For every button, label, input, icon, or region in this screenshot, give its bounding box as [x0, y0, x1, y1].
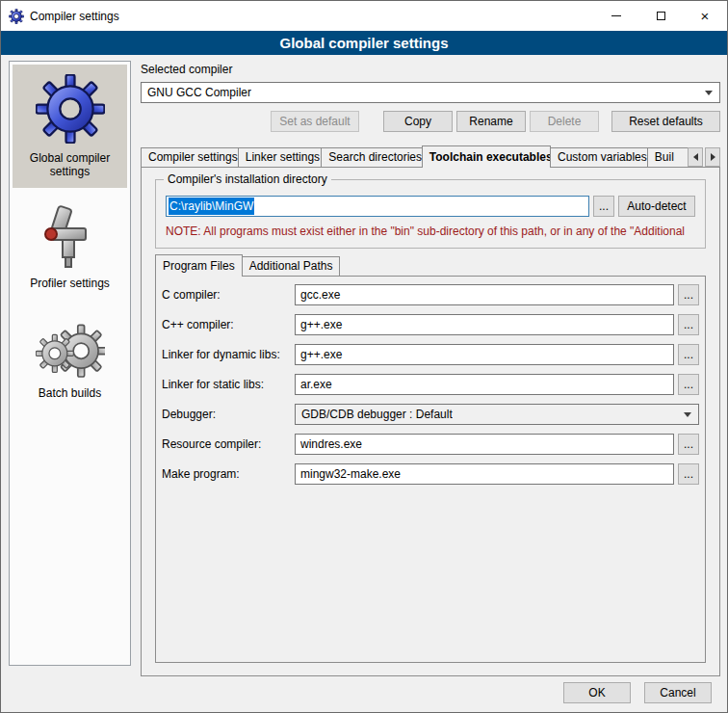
subtab-bar: Program Files Additional Paths [155, 254, 706, 277]
reset-defaults-button[interactable]: Reset defaults [611, 111, 720, 132]
sidebar-item-label: Global compiler settings [14, 151, 125, 178]
main-panel: Selected compiler GNU GCC Compiler Set a… [141, 63, 720, 676]
selected-text: C:\raylib\MinGW [169, 198, 254, 215]
installation-directory-legend: Compiler's installation directory [164, 172, 331, 187]
tab-linker-settings[interactable]: Linker settings [238, 147, 323, 167]
sidebar-item-profiler-settings[interactable]: Profiler settings [13, 196, 127, 300]
resource-compiler-label: Resource compiler: [162, 437, 295, 451]
cpp-compiler-label: C++ compiler: [162, 318, 295, 331]
sidebar-item-batch-builds[interactable]: Batch builds [13, 307, 127, 409]
gears-gray-icon [36, 317, 105, 379]
linker-static-input[interactable] [295, 374, 674, 395]
chevron-down-icon [705, 91, 713, 95]
auto-detect-button[interactable]: Auto-detect [618, 196, 695, 217]
selected-compiler-combo[interactable]: GNU GCC Compiler [141, 82, 720, 103]
ok-button[interactable]: OK [563, 682, 631, 703]
form-row: Linker for static libs: ... [162, 374, 699, 395]
resource-compiler-browse-button[interactable]: ... [678, 434, 699, 455]
debugger-select[interactable]: GDB/CDB debugger : Default [295, 404, 699, 425]
minimize-icon [611, 15, 621, 16]
tab-bar: Compiler settings Linker settings Search… [141, 145, 720, 168]
sidebar-item-label: Batch builds [39, 386, 101, 400]
form-row: Resource compiler: ... [162, 434, 699, 455]
installation-directory-row: C:\raylib\MinGW ... Auto-detect [166, 196, 695, 217]
installation-dir-input[interactable]: C:\raylib\MinGW [166, 196, 589, 217]
window-title: Compiler settings [30, 10, 119, 23]
arrow-right-icon [711, 153, 715, 161]
copy-button[interactable]: Copy [383, 111, 453, 132]
tab-toolchain-executables[interactable]: Toolchain executables [422, 145, 551, 168]
installation-directory-group: Compiler's installation directory C:\ray… [155, 179, 706, 249]
form-row: C compiler: ... [162, 284, 699, 305]
make-program-label: Make program: [162, 467, 295, 481]
maximize-button[interactable] [638, 1, 683, 31]
form-row: Make program: ... [162, 463, 699, 485]
compiler-actions: Set as default Copy Rename Delete Reset … [141, 111, 720, 132]
dialog-footer: OK Cancel [563, 682, 712, 703]
gear-blue-icon [36, 74, 105, 144]
c-compiler-label: C compiler: [162, 288, 295, 302]
close-button[interactable]: × [683, 1, 727, 31]
profiler-icon [41, 205, 99, 269]
tab-scroll-controls [688, 147, 720, 167]
tab-compiler-settings[interactable]: Compiler settings [141, 147, 239, 167]
tab-search-directories[interactable]: Search directories [321, 147, 422, 167]
sidebar-item-global-compiler-settings[interactable]: Global compiler settings [13, 65, 127, 188]
tab-scroll-right-button[interactable] [705, 147, 720, 167]
make-program-browse-button[interactable]: ... [678, 463, 699, 485]
toolchain-executables-panel: Compiler's installation directory C:\ray… [141, 167, 720, 676]
debugger-label: Debugger: [162, 408, 295, 421]
installation-dir-browse-button[interactable]: ... [593, 196, 614, 217]
cpp-compiler-input[interactable] [295, 314, 674, 335]
c-compiler-browse-button[interactable]: ... [678, 284, 699, 305]
form-row: Debugger: GDB/CDB debugger : Default [162, 404, 699, 425]
make-program-input[interactable] [295, 463, 674, 485]
selected-compiler-label: Selected compiler [141, 63, 720, 76]
linker-dynamic-input[interactable] [295, 344, 674, 365]
sidebar-item-label: Profiler settings [30, 277, 110, 290]
chevron-down-icon [684, 412, 691, 417]
c-compiler-input[interactable] [295, 284, 674, 305]
form-row: Linker for dynamic libs: ... [162, 344, 699, 365]
debugger-value: GDB/CDB debugger : Default [301, 408, 453, 421]
close-icon: × [701, 8, 710, 24]
title-bar: Compiler settings × [1, 1, 727, 31]
program-files-panel: C compiler: ... C++ compiler: ... Linker… [155, 276, 706, 663]
linker-dynamic-browse-button[interactable]: ... [678, 344, 699, 365]
compiler-settings-window: Compiler settings × Global compiler sett… [0, 0, 728, 713]
tab-build-truncated[interactable]: Buil [647, 147, 689, 167]
cpp-compiler-browse-button[interactable]: ... [678, 314, 699, 335]
window-controls: × [594, 1, 727, 31]
linker-dynamic-label: Linker for dynamic libs: [162, 348, 295, 361]
linker-static-browse-button[interactable]: ... [678, 374, 699, 395]
cancel-button[interactable]: Cancel [644, 682, 712, 703]
resource-compiler-input[interactable] [295, 434, 674, 455]
tab-scroll-left-button[interactable] [688, 147, 703, 167]
subtab-additional-paths[interactable]: Additional Paths [242, 256, 341, 276]
tab-custom-variables[interactable]: Custom variables [550, 147, 648, 167]
selected-compiler-value: GNU GCC Compiler [147, 86, 251, 99]
settings-category-sidebar: Global compiler settings Profiler settin… [9, 61, 131, 666]
linker-static-label: Linker for static libs: [162, 378, 295, 391]
form-row: C++ compiler: ... [162, 314, 699, 335]
maximize-icon [657, 12, 665, 20]
minimize-button[interactable] [594, 1, 638, 31]
rename-button[interactable]: Rename [456, 111, 526, 132]
subtab-program-files[interactable]: Program Files [155, 254, 243, 277]
set-as-default-button: Set as default [271, 111, 359, 132]
delete-button: Delete [530, 111, 599, 132]
bin-subdirectory-note: NOTE: All programs must exist either in … [166, 224, 695, 238]
app-icon [9, 9, 24, 24]
arrow-left-icon [693, 153, 698, 161]
page-title: Global compiler settings [1, 31, 727, 55]
